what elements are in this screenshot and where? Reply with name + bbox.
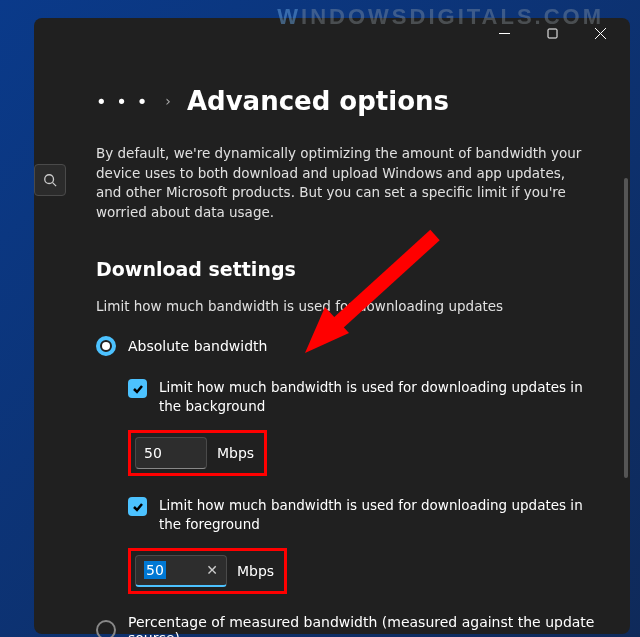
scrollbar[interactable] [624, 178, 628, 478]
background-bandwidth-input[interactable] [135, 437, 207, 469]
highlight-box-foreground: 50 ✕ Mbps [128, 548, 287, 594]
unit-label: Mbps [237, 563, 274, 579]
close-button[interactable] [578, 18, 622, 48]
checkbox-label: Limit how much bandwidth is used for dow… [159, 378, 599, 416]
checkbox-label: Limit how much bandwidth is used for dow… [159, 496, 599, 534]
foreground-bandwidth-input[interactable]: 50 ✕ [135, 555, 227, 587]
svg-point-4 [45, 175, 54, 184]
left-rail [34, 48, 68, 637]
radio-percentage-bandwidth[interactable]: Percentage of measured bandwidth (measur… [96, 614, 602, 637]
page-description: By default, we're dynamically optimizing… [96, 144, 586, 222]
checkbox-background-limit[interactable]: Limit how much bandwidth is used for dow… [128, 378, 602, 416]
search-button[interactable] [34, 164, 66, 196]
minimize-button[interactable] [482, 18, 526, 48]
radio-label: Absolute bandwidth [128, 338, 267, 354]
checkbox-icon [128, 379, 147, 398]
titlebar [34, 18, 630, 48]
radio-icon [96, 620, 116, 637]
svg-line-5 [53, 183, 57, 187]
chevron-right-icon: › [165, 93, 171, 109]
maximize-button[interactable] [530, 18, 574, 48]
svg-rect-1 [548, 29, 557, 38]
checkbox-icon [128, 497, 147, 516]
checkbox-foreground-limit[interactable]: Limit how much bandwidth is used for dow… [128, 496, 602, 534]
main-content: • • • › Advanced options By default, we'… [68, 48, 630, 637]
section-subtext: Limit how much bandwidth is used for dow… [96, 298, 602, 314]
radio-icon [96, 336, 116, 356]
radio-label: Percentage of measured bandwidth (measur… [128, 614, 602, 637]
page-title: Advanced options [187, 86, 449, 116]
clear-input-icon[interactable]: ✕ [202, 562, 222, 578]
highlight-box-background: Mbps [128, 430, 267, 476]
unit-label: Mbps [217, 445, 254, 461]
breadcrumb-ellipsis[interactable]: • • • [96, 91, 149, 112]
breadcrumb: • • • › Advanced options [96, 86, 602, 116]
input-value-selected: 50 [144, 561, 166, 579]
section-heading: Download settings [96, 258, 602, 280]
search-icon [43, 173, 57, 187]
radio-absolute-bandwidth[interactable]: Absolute bandwidth [96, 336, 602, 356]
settings-window: • • • › Advanced options By default, we'… [34, 18, 630, 634]
